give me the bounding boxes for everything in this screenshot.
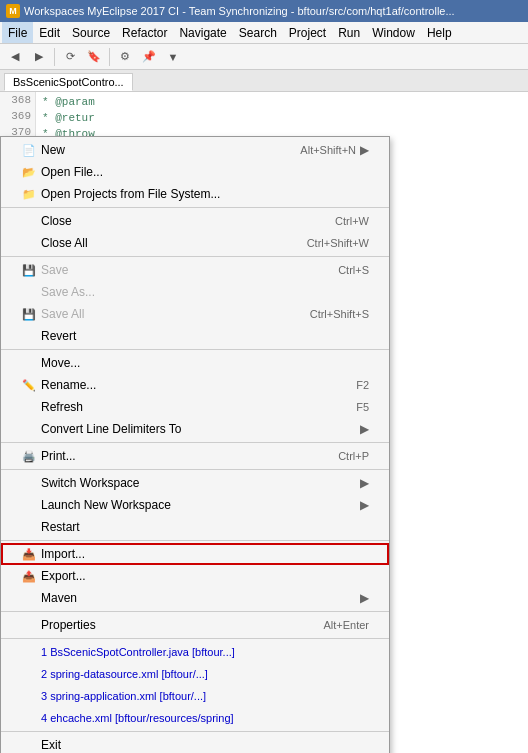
separator-5 bbox=[1, 469, 389, 470]
menu-project[interactable]: Project bbox=[283, 22, 332, 43]
menu-item-recent-1[interactable]: 1 BsScenicSpotController.java [bftour...… bbox=[1, 641, 389, 663]
toolbar-pin[interactable]: 📌 bbox=[138, 47, 160, 67]
exit-icon bbox=[21, 737, 37, 753]
menu-navigate[interactable]: Navigate bbox=[173, 22, 232, 43]
menu-file[interactable]: File bbox=[2, 22, 33, 43]
menu-item-launch-workspace[interactable]: Launch New Workspace ▶ bbox=[1, 494, 389, 516]
maven-icon bbox=[21, 590, 37, 606]
title-bar: M Workspaces MyEclipse 2017 CI - Team Sy… bbox=[0, 0, 528, 22]
menu-item-import[interactable]: 📥 Import... bbox=[1, 543, 389, 565]
toolbar-separator-1 bbox=[54, 48, 55, 66]
print-icon: 🖨️ bbox=[21, 448, 37, 464]
restart-icon bbox=[21, 519, 37, 535]
menu-source[interactable]: Source bbox=[66, 22, 116, 43]
menu-item-properties[interactable]: Properties Alt+Enter bbox=[1, 614, 389, 636]
menu-refactor[interactable]: Refactor bbox=[116, 22, 173, 43]
menu-item-new[interactable]: 📄 New Alt+Shift+N ▶ bbox=[1, 139, 389, 161]
menu-item-exit[interactable]: Exit bbox=[1, 734, 389, 753]
file-dropdown-menu: 📄 New Alt+Shift+N ▶ 📂 Open File... 📁 Ope… bbox=[0, 136, 390, 753]
menu-item-revert[interactable]: Revert bbox=[1, 325, 389, 347]
separator-7 bbox=[1, 611, 389, 612]
menu-item-export[interactable]: 📤 Export... bbox=[1, 565, 389, 587]
menu-bar: File Edit Source Refactor Navigate Searc… bbox=[0, 22, 528, 44]
revert-icon bbox=[21, 328, 37, 344]
new-icon: 📄 bbox=[21, 142, 37, 158]
menu-help[interactable]: Help bbox=[421, 22, 458, 43]
toolbar-bookmark[interactable]: 🔖 bbox=[83, 47, 105, 67]
menu-item-close-all[interactable]: Close All Ctrl+Shift+W bbox=[1, 232, 389, 254]
menu-item-print[interactable]: 🖨️ Print... Ctrl+P bbox=[1, 445, 389, 467]
close-menu-icon bbox=[21, 213, 37, 229]
toolbar-sync[interactable]: ⟳ bbox=[59, 47, 81, 67]
menu-item-open-projects[interactable]: 📁 Open Projects from File System... bbox=[1, 183, 389, 205]
menu-item-save-all[interactable]: 💾 Save All Ctrl+Shift+S bbox=[1, 303, 389, 325]
save-icon: 💾 bbox=[21, 262, 37, 278]
menu-item-open-file[interactable]: 📂 Open File... bbox=[1, 161, 389, 183]
toolbar-separator-2 bbox=[109, 48, 110, 66]
menu-item-convert[interactable]: Convert Line Delimiters To ▶ bbox=[1, 418, 389, 440]
toolbar-settings[interactable]: ⚙ bbox=[114, 47, 136, 67]
menu-item-save-as[interactable]: Save As... bbox=[1, 281, 389, 303]
save-all-icon: 💾 bbox=[21, 306, 37, 322]
menu-item-recent-4[interactable]: 4 ehcache.xml [bftour/resources/spring] bbox=[1, 707, 389, 729]
separator-3 bbox=[1, 349, 389, 350]
toolbar-back[interactable]: ◀ bbox=[4, 47, 26, 67]
launch-workspace-icon bbox=[21, 497, 37, 513]
separator-4 bbox=[1, 442, 389, 443]
separator-6 bbox=[1, 540, 389, 541]
editor-tab[interactable]: BsScenicSpotContro... bbox=[4, 73, 133, 91]
menu-item-close[interactable]: Close Ctrl+W bbox=[1, 210, 389, 232]
menu-item-move[interactable]: Move... bbox=[1, 352, 389, 374]
menu-item-save[interactable]: 💾 Save Ctrl+S bbox=[1, 259, 389, 281]
toolbar-dropdown[interactable]: ▼ bbox=[162, 47, 184, 67]
menu-item-maven[interactable]: Maven ▶ bbox=[1, 587, 389, 609]
recent-4-icon bbox=[21, 710, 37, 726]
properties-icon bbox=[21, 617, 37, 633]
move-icon bbox=[21, 355, 37, 371]
convert-icon bbox=[21, 421, 37, 437]
refresh-icon bbox=[21, 399, 37, 415]
rename-icon: ✏️ bbox=[21, 377, 37, 393]
switch-workspace-icon bbox=[21, 475, 37, 491]
menu-edit[interactable]: Edit bbox=[33, 22, 66, 43]
menu-item-restart[interactable]: Restart bbox=[1, 516, 389, 538]
toolbar-forward[interactable]: ▶ bbox=[28, 47, 50, 67]
menu-item-recent-2[interactable]: 2 spring-datasource.xml [bftour/...] bbox=[1, 663, 389, 685]
menu-search[interactable]: Search bbox=[233, 22, 283, 43]
app-icon: M bbox=[6, 4, 20, 18]
main-area: 368369370371 372373@374375 376377378379 … bbox=[0, 92, 528, 753]
menu-item-rename[interactable]: ✏️ Rename... F2 bbox=[1, 374, 389, 396]
recent-1-icon bbox=[21, 644, 37, 660]
window-title: Workspaces MyEclipse 2017 CI - Team Sync… bbox=[24, 5, 455, 17]
menu-run[interactable]: Run bbox=[332, 22, 366, 43]
separator-8 bbox=[1, 638, 389, 639]
recent-3-icon bbox=[21, 688, 37, 704]
save-as-icon bbox=[21, 284, 37, 300]
toolbar: ◀ ▶ ⟳ 🔖 ⚙ 📌 ▼ bbox=[0, 44, 528, 70]
close-all-icon bbox=[21, 235, 37, 251]
separator-9 bbox=[1, 731, 389, 732]
menu-window[interactable]: Window bbox=[366, 22, 421, 43]
open-file-icon: 📂 bbox=[21, 164, 37, 180]
import-icon: 📥 bbox=[21, 546, 37, 562]
recent-2-icon bbox=[21, 666, 37, 682]
menu-item-recent-3[interactable]: 3 spring-application.xml [bftour/...] bbox=[1, 685, 389, 707]
export-icon: 📤 bbox=[21, 568, 37, 584]
separator-1 bbox=[1, 207, 389, 208]
tab-bar: BsScenicSpotContro... bbox=[0, 70, 528, 92]
menu-item-switch-workspace[interactable]: Switch Workspace ▶ bbox=[1, 472, 389, 494]
menu-item-refresh[interactable]: Refresh F5 bbox=[1, 396, 389, 418]
separator-2 bbox=[1, 256, 389, 257]
open-projects-icon: 📁 bbox=[21, 186, 37, 202]
